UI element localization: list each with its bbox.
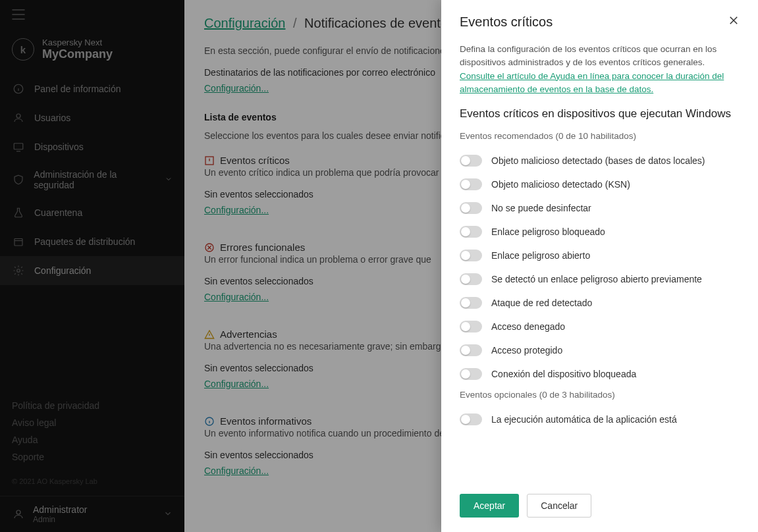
sidebar-item-devices[interactable]: Dispositivos [0,132,184,161]
cancel-button[interactable]: Cancelar [527,494,591,518]
toggle-label: Acceso denegado [491,321,565,332]
event-section-title: Eventos críticos [220,155,290,166]
breadcrumb-root[interactable]: Configuración [204,16,285,30]
sidebar-item-label: Configuración [34,265,91,276]
event-section-title: Advertencias [220,329,277,340]
svg-point-5 [16,510,20,514]
toggle-switch[interactable] [460,344,482,356]
sidebar-item-dashboard[interactable]: Panel de información [0,74,184,103]
config-link-recipients[interactable]: Configuración... [204,83,269,93]
svg-rect-3 [14,239,22,246]
sidebar-item-quarantine[interactable]: Cuarentena [0,198,184,227]
package-icon [12,235,25,248]
footer-link-support[interactable]: Soporte [12,448,173,466]
toggle-switch[interactable] [460,155,482,167]
toggle-row: Conexión del dispositivo bloqueada [460,362,740,386]
sidebar-item-settings[interactable]: Configuración [0,256,184,285]
sidebar-item-security[interactable]: Administración de la seguridad [0,161,184,198]
toggle-switch[interactable] [460,368,482,380]
sidebar-item-label: Administración de la seguridad [34,169,155,190]
user-icon [12,111,25,124]
toggle-label: Objeto malicioso detectado (KSN) [491,179,630,190]
toggle-label: Enlace peligroso abierto [491,250,590,261]
error-icon [204,242,215,253]
admin-name: Administrator [33,504,87,515]
toggle-label: Se detectó un enlace peligroso abierto p… [491,274,702,284]
toggle-label: Ataque de red detectado [491,298,592,308]
device-icon [12,140,25,153]
sidebar-footer-links: Política de privacidad Aviso legal Ayuda… [0,392,184,471]
toggle-switch[interactable] [460,202,482,214]
panel-body[interactable]: Defina la configuración de los eventos c… [441,35,758,483]
sidebar-item-label: Panel de información [34,84,121,94]
toggle-switch[interactable] [460,226,482,238]
toggle-row: Acceso denegado [460,315,740,338]
critical-icon [204,155,215,166]
toggle-label: La ejecución automática de la aplicación… [491,414,677,425]
toggle-switch[interactable] [460,297,482,309]
brand-company: MyCompany [42,47,113,61]
footer-link-legal[interactable]: Aviso legal [12,414,173,431]
toggle-row: Se detectó un enlace peligroso abierto p… [460,267,740,291]
close-button[interactable] [728,14,740,30]
panel-title: Eventos críticos [460,14,553,30]
panel-intro: Defina la configuración de los eventos c… [460,44,717,67]
toggle-label: Acceso protegido [491,345,562,356]
chevron-down-icon [163,509,173,520]
warning-icon [204,329,215,340]
toggle-row: Enlace peligroso bloqueado [460,220,740,244]
info-event-icon [204,416,215,427]
hamburger-button[interactable] [0,0,184,31]
shield-icon [12,173,24,186]
svg-point-1 [16,114,20,118]
critical-events-panel: Eventos críticos Defina la configuración… [441,0,758,532]
toggle-switch[interactable] [460,250,482,261]
flask-icon [12,206,25,219]
toggle-row: La ejecución automática de la aplicación… [460,408,740,431]
gear-icon [12,264,25,277]
sidebar-item-label: Usuarios [34,113,70,123]
chevron-down-icon [165,174,173,185]
toggle-row: Ataque de red detectado [460,291,740,315]
sidebar-item-users[interactable]: Usuarios [0,103,184,132]
toggle-row: No se puede desinfectar [460,196,740,220]
brand-logo-icon: k [12,38,34,61]
user-icon [12,508,25,521]
brand: k Kaspersky Next MyCompany [0,31,184,74]
sidebar-item-label: Paquetes de distribución [34,236,135,247]
panel-section-title: Eventos críticos en dispositivos que eje… [460,107,740,122]
sidebar-item-label: Dispositivos [34,142,84,152]
accept-button[interactable]: Aceptar [460,494,519,518]
footer-link-help[interactable]: Ayuda [12,431,173,448]
toggle-row: Enlace peligroso abierto [460,244,740,267]
sidebar: k Kaspersky Next MyCompany Panel de info… [0,0,184,532]
config-link-warnings[interactable]: Configuración... [204,379,269,389]
toggle-switch[interactable] [460,321,482,332]
toggle-switch[interactable] [460,413,482,425]
hamburger-icon [12,9,25,20]
config-link-errors[interactable]: Configuración... [204,292,269,302]
toggle-switch[interactable] [460,273,482,285]
toggle-row: Objeto malicioso detectado (KSN) [460,173,740,196]
event-section-title: Errores funcionales [220,242,305,253]
toggle-label: Objeto malicioso detectado (bases de dat… [491,155,705,166]
svg-point-4 [17,269,20,273]
config-link-info[interactable]: Configuración... [204,466,269,476]
admin-menu[interactable]: Administrator Admin [0,496,184,532]
breadcrumb-leaf: Notificaciones de eventos [304,16,454,30]
toggle-row: Objeto malicioso detectado (bases de dat… [460,149,740,173]
help-link[interactable]: Consulte el artículo de Ayuda en línea p… [460,71,724,94]
toggle-label: Enlace peligroso bloqueado [491,226,605,237]
info-icon [12,82,25,95]
group-optional-label: Eventos opcionales (0 de 3 habilitados) [460,390,740,400]
config-link-critical[interactable]: Configuración... [204,205,269,215]
sidebar-item-packages[interactable]: Paquetes de distribución [0,227,184,256]
event-section-title: Eventos informativos [220,415,311,427]
toggle-row: Acceso protegido [460,338,740,362]
sidebar-nav: Panel de información Usuarios Dispositiv… [0,74,184,285]
brand-product: Kaspersky Next [42,38,113,47]
sidebar-item-label: Cuarentena [34,207,82,218]
footer-link-privacy[interactable]: Política de privacidad [12,397,173,414]
admin-role: Admin [33,515,87,524]
toggle-switch[interactable] [460,178,482,190]
